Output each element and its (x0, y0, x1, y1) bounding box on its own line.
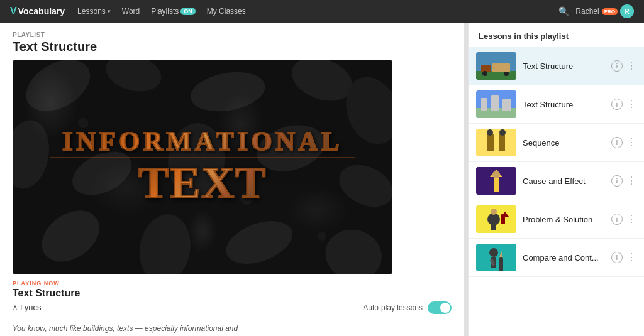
lesson-actions: i ⋮ (611, 137, 636, 148)
lesson-info: Compare and Cont... (523, 253, 605, 263)
autoplay-section: Auto-play lessons (363, 301, 452, 314)
lesson-info: Problem & Solution (523, 215, 605, 224)
lesson-info: Sequence (523, 138, 605, 148)
main-layout: PLAYLIST Text Structure (0, 23, 644, 336)
lesson-name: Text Structure (523, 100, 605, 109)
nav-link-lessons[interactable]: Lessons ▾ (77, 7, 111, 16)
svg-rect-30 (487, 134, 494, 151)
lesson-name: Text Structure (523, 62, 605, 71)
video-title-line2: TEXT (138, 160, 267, 205)
playing-now-row: ∧ Lyrics Auto-play lessons (13, 301, 452, 314)
lesson-name: Compare and Cont... (523, 253, 605, 263)
more-options-icon[interactable]: ⋮ (626, 214, 636, 224)
more-options-icon[interactable]: ⋮ (626, 252, 636, 263)
svg-point-21 (482, 71, 487, 76)
lyrics-text: You know, much like buildings, texts — e… (0, 318, 464, 336)
logo-text: Vocabulary (18, 6, 65, 16)
lesson-thumbnail (476, 167, 516, 195)
top-nav: VVocabulary Lessons ▾ Word Playlists ON … (0, 0, 644, 23)
nav-link-word[interactable]: Word (122, 7, 140, 16)
lesson-name: Sequence (523, 138, 605, 148)
left-content: PLAYLIST Text Structure (0, 23, 464, 336)
list-item[interactable]: Sequence i ⋮ (469, 124, 644, 162)
list-item[interactable]: Problem & Solution i ⋮ (469, 200, 644, 239)
lesson-name: Cause and Effect (523, 176, 605, 186)
pro-badge: PRO (602, 8, 618, 15)
lesson-info: Cause and Effect (523, 176, 605, 186)
lesson-info: Text Structure (523, 62, 605, 71)
lyrics-toggle[interactable]: ∧ Lyrics (13, 303, 41, 312)
svg-rect-23 (492, 63, 510, 72)
svg-point-36 (492, 171, 500, 178)
nav-user[interactable]: Rachel PRO R (575, 4, 634, 18)
svg-rect-26 (481, 98, 487, 111)
lesson-info: Text Structure (523, 100, 605, 109)
svg-point-33 (499, 129, 506, 136)
lesson-thumbnail (476, 129, 516, 156)
info-icon[interactable]: i (611, 175, 623, 187)
playlists-badge: ON (180, 8, 196, 15)
nav-links: Lessons ▾ Word Playlists ON My Classes (77, 7, 546, 16)
playlist-label: PLAYLIST (13, 31, 452, 38)
video-title-line1: INFORMATIONAL (62, 128, 343, 154)
playing-now-label: PLAYING NOW (13, 280, 452, 286)
info-icon[interactable]: i (611, 137, 623, 148)
info-icon[interactable]: i (611, 60, 623, 72)
lyrics-chevron-icon: ∧ (13, 303, 18, 312)
avatar: R (620, 4, 634, 18)
more-options-icon[interactable]: ⋮ (626, 138, 636, 148)
list-item[interactable]: Text Structure i ⋮ (469, 47, 644, 85)
info-icon[interactable]: i (611, 252, 623, 263)
lesson-actions: i ⋮ (611, 252, 636, 263)
autoplay-toggle[interactable] (428, 301, 452, 314)
svg-rect-31 (499, 134, 505, 151)
more-options-icon[interactable]: ⋮ (626, 99, 636, 109)
lesson-actions: i ⋮ (611, 175, 636, 187)
svg-point-44 (489, 248, 498, 257)
info-icon[interactable]: i (611, 99, 623, 110)
lesson-thumbnail (476, 90, 516, 118)
lyrics-content: You know, much like buildings, texts — e… (13, 324, 250, 336)
svg-point-32 (487, 129, 493, 136)
nav-link-playlists[interactable]: Playlists ON (151, 7, 196, 16)
playing-now-section: PLAYING NOW Text Structure ∧ Lyrics Auto… (0, 274, 464, 318)
lyrics-label: Lyrics (20, 303, 41, 312)
video-background: INFORMATIONAL TEXT (13, 60, 392, 274)
lesson-thumbnail (476, 205, 516, 233)
svg-rect-27 (491, 95, 499, 111)
chevron-down-icon: ▾ (108, 8, 111, 14)
nav-user-label: Rachel (575, 7, 599, 16)
playing-now-title: Text Structure (13, 288, 452, 299)
toggle-knob (440, 303, 450, 313)
lesson-actions: i ⋮ (611, 99, 636, 110)
right-sidebar: Lessons in this playlist Text Structure … (468, 23, 644, 336)
playlist-header: PLAYLIST Text Structure (0, 23, 464, 60)
lesson-actions: i ⋮ (611, 60, 636, 72)
autoplay-label: Auto-play lessons (363, 303, 423, 312)
sidebar-header: Lessons in this playlist (469, 23, 644, 47)
svg-rect-19 (476, 71, 516, 80)
svg-rect-28 (502, 99, 511, 111)
playlist-title: Text Structure (13, 40, 452, 54)
svg-rect-29 (476, 129, 516, 156)
more-options-icon[interactable]: ⋮ (626, 176, 636, 186)
nav-right: 🔍 Rachel PRO R (558, 4, 634, 18)
svg-point-39 (491, 209, 497, 215)
nav-logo[interactable]: VVocabulary (10, 6, 65, 17)
svg-rect-40 (491, 223, 496, 230)
search-icon[interactable]: 🔍 (558, 6, 569, 16)
lesson-thumbnail (476, 244, 516, 271)
list-item[interactable]: Cause and Effect i ⋮ (469, 162, 644, 200)
video-player[interactable]: INFORMATIONAL TEXT (13, 60, 392, 274)
lesson-actions: i ⋮ (611, 214, 636, 225)
nav-link-my-classes[interactable]: My Classes (207, 7, 246, 16)
lesson-name: Problem & Solution (523, 215, 605, 224)
list-item[interactable]: Text Structure i ⋮ (469, 85, 644, 124)
video-text-overlay: INFORMATIONAL TEXT (13, 60, 392, 274)
more-options-icon[interactable]: ⋮ (626, 61, 636, 71)
lesson-thumbnail (476, 52, 516, 80)
list-item[interactable]: Compare and Cont... i ⋮ (469, 239, 644, 277)
svg-rect-20 (481, 65, 491, 72)
info-icon[interactable]: i (611, 214, 623, 225)
svg-rect-47 (499, 257, 503, 271)
